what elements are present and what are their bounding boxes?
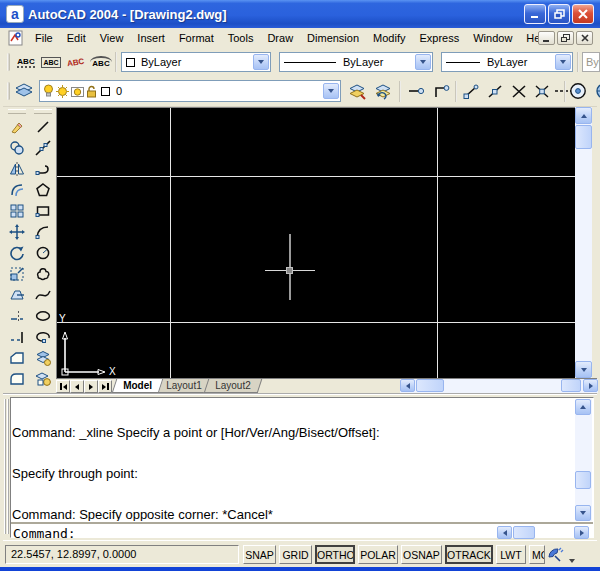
arc-button[interactable] bbox=[31, 221, 55, 242]
construction-line-horizontal-2[interactable] bbox=[57, 322, 575, 323]
construction-line-horizontal-1[interactable] bbox=[57, 176, 575, 177]
menu-edit[interactable]: Edit bbox=[60, 29, 93, 47]
rectangle-button[interactable] bbox=[31, 200, 55, 221]
scroll-up-button[interactable] bbox=[575, 107, 592, 124]
text-edit-button[interactable]: ABC bbox=[64, 51, 88, 73]
line-button[interactable] bbox=[31, 116, 55, 137]
scroll-right-button[interactable] bbox=[574, 526, 589, 539]
toolbar-grip[interactable] bbox=[8, 109, 26, 114]
snap-midpoint-button[interactable] bbox=[483, 80, 507, 102]
drawing-file-icon[interactable] bbox=[8, 30, 24, 46]
toolbar-grip[interactable] bbox=[7, 82, 10, 100]
polyline-button[interactable] bbox=[31, 158, 55, 179]
polar-toggle[interactable]: POLAR bbox=[358, 545, 398, 564]
restore-button[interactable] bbox=[548, 4, 570, 24]
menu-view[interactable]: View bbox=[93, 29, 131, 47]
text-dots-button[interactable]: ABC bbox=[14, 51, 38, 73]
menu-format[interactable]: Format bbox=[172, 29, 221, 47]
rotate-button[interactable] bbox=[5, 242, 29, 263]
status-tray-arrow[interactable] bbox=[569, 553, 575, 565]
snap-apparent-intersection-button[interactable] bbox=[530, 80, 554, 102]
scroll-thumb[interactable] bbox=[575, 125, 592, 149]
polygon-button[interactable] bbox=[31, 179, 55, 200]
erase-button[interactable] bbox=[5, 116, 29, 137]
osnap-toggle[interactable]: OSNAP bbox=[401, 545, 442, 564]
scroll-down-button[interactable] bbox=[575, 361, 592, 378]
toolbar-grip[interactable] bbox=[7, 53, 10, 71]
snap-quadrant-button[interactable] bbox=[591, 80, 600, 102]
scroll-box[interactable] bbox=[561, 379, 581, 392]
chevron-down-icon[interactable] bbox=[415, 54, 431, 70]
layer-manager-button[interactable] bbox=[12, 80, 36, 102]
command-history[interactable]: Command: _xline Specify a point or [Hor/… bbox=[12, 399, 575, 521]
command-splitter[interactable] bbox=[11, 522, 593, 524]
layer-previous-button[interactable] bbox=[371, 80, 395, 102]
model-toggle[interactable]: MODEL bbox=[529, 545, 545, 564]
tab-model[interactable]: Model bbox=[112, 379, 163, 393]
tab-next-button[interactable] bbox=[84, 380, 98, 393]
scroll-left-button[interactable] bbox=[497, 526, 512, 539]
satellite-dish-icon[interactable] bbox=[547, 547, 564, 563]
trim-button[interactable] bbox=[5, 305, 29, 326]
chevron-down-icon[interactable] bbox=[253, 54, 269, 70]
layer-combobox[interactable]: 0 bbox=[39, 80, 341, 102]
drawing-canvas[interactable]: Y X bbox=[56, 107, 575, 378]
scroll-thumb[interactable] bbox=[416, 379, 444, 392]
app-icon[interactable]: a bbox=[6, 5, 24, 23]
construction-line-vertical-2[interactable] bbox=[437, 108, 438, 378]
snap-from-button[interactable] bbox=[429, 80, 453, 102]
snap-center-button[interactable] bbox=[566, 80, 590, 102]
close-button[interactable] bbox=[572, 4, 594, 24]
spline-button[interactable] bbox=[31, 284, 55, 305]
move-button[interactable] bbox=[5, 221, 29, 242]
command-prompt[interactable]: Command: bbox=[13, 526, 76, 541]
title-bar[interactable]: a AutoCAD 2004 - [Drawing2.dwg] bbox=[0, 0, 600, 28]
menu-file[interactable]: File bbox=[28, 29, 60, 47]
command-text-area[interactable]: Command: _xline Specify a point or [Hor/… bbox=[10, 397, 594, 538]
tab-last-button[interactable] bbox=[98, 380, 112, 393]
mdi-close-button[interactable] bbox=[576, 31, 593, 45]
scroll-up-button[interactable] bbox=[575, 399, 591, 415]
snap-toggle[interactable]: SNAP bbox=[243, 545, 276, 564]
mdi-minimize-button[interactable] bbox=[538, 31, 555, 45]
stretch-button[interactable] bbox=[5, 284, 29, 305]
snap-intersection-button[interactable] bbox=[507, 80, 531, 102]
tab-layout2[interactable]: Layout2 bbox=[204, 379, 262, 393]
construction-line-vertical-1[interactable] bbox=[170, 108, 171, 378]
snap-endpoint-button[interactable] bbox=[459, 80, 483, 102]
lineweight-combobox[interactable]: ByLayer bbox=[441, 52, 573, 72]
minimize-button[interactable] bbox=[524, 4, 546, 24]
coordinate-display[interactable]: 22.5457, 12.8997, 0.0000 bbox=[5, 545, 239, 564]
arc-text-button[interactable]: ABC bbox=[89, 51, 113, 73]
canvas-horizontal-scrollbar[interactable] bbox=[400, 379, 598, 393]
tab-first-button[interactable] bbox=[56, 380, 70, 393]
chamfer-button[interactable] bbox=[5, 347, 29, 368]
command-horizontal-scrollbar[interactable] bbox=[497, 526, 589, 539]
command-window-grip[interactable] bbox=[4, 399, 9, 534]
menu-modify[interactable]: Modify bbox=[366, 29, 412, 47]
scroll-thumb[interactable] bbox=[575, 471, 591, 489]
otrack-toggle[interactable]: OTRACK bbox=[445, 545, 493, 564]
fillet-button[interactable] bbox=[5, 368, 29, 389]
circle-button[interactable] bbox=[31, 242, 55, 263]
offset-button[interactable] bbox=[5, 179, 29, 200]
scroll-thumb[interactable] bbox=[513, 526, 535, 539]
make-layer-current-button[interactable] bbox=[345, 80, 369, 102]
copy-button[interactable] bbox=[5, 137, 29, 158]
revcloud-button[interactable] bbox=[31, 263, 55, 284]
toolbar-grip[interactable] bbox=[34, 109, 52, 114]
menu-insert[interactable]: Insert bbox=[130, 29, 172, 47]
insert-block-button[interactable] bbox=[31, 347, 55, 368]
menu-dimension[interactable]: Dimension bbox=[300, 29, 366, 47]
ellipse-button[interactable] bbox=[31, 305, 55, 326]
scroll-right-button[interactable] bbox=[583, 379, 598, 392]
canvas-vertical-scrollbar[interactable] bbox=[575, 107, 592, 378]
make-block-button[interactable] bbox=[31, 368, 55, 389]
ortho-toggle[interactable]: ORTHO bbox=[315, 545, 355, 564]
temp-track-point-button[interactable] bbox=[404, 80, 428, 102]
menu-draw[interactable]: Draw bbox=[260, 29, 300, 47]
tab-prev-button[interactable] bbox=[70, 380, 84, 393]
extend-button[interactable] bbox=[5, 326, 29, 347]
text-frame-button[interactable]: ABC bbox=[39, 51, 63, 73]
menu-tools[interactable]: Tools bbox=[221, 29, 261, 47]
